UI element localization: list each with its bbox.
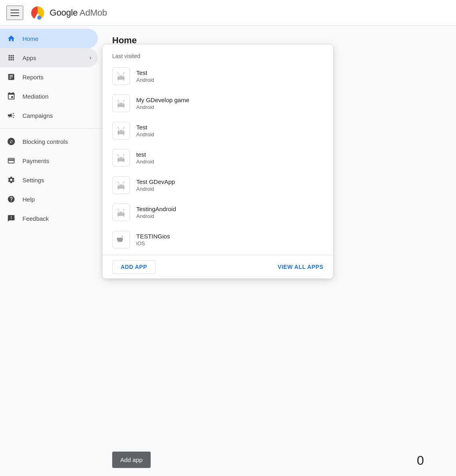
mediation-icon <box>6 91 16 101</box>
sidebar-item-label: Feedback <box>22 215 91 222</box>
ios-icon <box>115 234 127 245</box>
svg-rect-42 <box>123 188 124 190</box>
svg-point-4 <box>122 76 123 77</box>
sidebar-divider <box>0 128 103 129</box>
page-title: Home <box>112 35 446 46</box>
android-icon <box>115 71 127 82</box>
apps-dropdown-panel: Last visited <box>103 45 333 278</box>
app-name: TESTINGios <box>136 233 170 240</box>
list-item[interactable]: TESTINGios iOS <box>103 226 333 253</box>
sidebar-item-help[interactable]: Help <box>0 190 98 209</box>
sidebar-item-label: Help <box>22 196 91 203</box>
header: Google AdMob <box>0 0 456 26</box>
app-info: TESTINGios iOS <box>136 233 170 246</box>
app-icon-box <box>112 67 130 85</box>
svg-line-37 <box>118 182 119 184</box>
sidebar-item-feedback[interactable]: Feedback <box>0 209 98 228</box>
svg-line-21 <box>118 127 119 129</box>
android-icon <box>115 98 127 109</box>
svg-point-19 <box>119 131 120 132</box>
logo-text: Google AdMob <box>50 8 107 18</box>
sidebar-item-campaigns[interactable]: Campaigns <box>0 106 98 125</box>
sidebar-item-reports[interactable]: Reports <box>0 67 98 87</box>
add-app-bottom-button[interactable]: Add app <box>112 452 151 468</box>
svg-rect-26 <box>123 133 124 135</box>
main-content: Home Last visited <box>103 26 456 476</box>
app-platform: Android <box>136 159 154 165</box>
app-info: TestingAndroid Android <box>136 206 176 219</box>
block-icon <box>6 137 16 146</box>
svg-point-43 <box>119 212 120 214</box>
list-item[interactable]: Test Android <box>103 63 333 90</box>
sidebar-item-home[interactable]: Home <box>0 29 98 48</box>
svg-rect-25 <box>118 133 119 135</box>
svg-line-30 <box>123 155 124 156</box>
add-app-button[interactable]: ADD APP <box>112 260 155 274</box>
campaign-icon <box>6 111 16 120</box>
svg-rect-34 <box>123 161 124 162</box>
list-item[interactable]: test Android <box>103 144 333 171</box>
sidebar-item-apps[interactable]: Apps › <box>0 48 98 67</box>
svg-rect-10 <box>123 79 124 81</box>
android-icon <box>115 180 127 191</box>
apps-icon <box>6 53 16 63</box>
svg-rect-49 <box>118 215 119 217</box>
svg-point-44 <box>122 212 123 214</box>
svg-rect-41 <box>118 188 119 190</box>
list-item[interactable]: Test GDevApp Android <box>103 171 333 199</box>
dropdown-footer: ADD APP VIEW ALL APPS <box>103 255 333 278</box>
app-name: test <box>136 151 154 158</box>
sidebar-item-label: Blocking controls <box>22 138 91 145</box>
app-name: TestingAndroid <box>136 206 176 212</box>
sidebar-item-label: Campaigns <box>22 112 91 119</box>
list-item[interactable]: TestingAndroid Android <box>103 199 333 226</box>
sidebar-item-label: Apps <box>22 54 83 61</box>
svg-line-38 <box>123 182 124 184</box>
app-icon-box <box>112 231 130 248</box>
app-list: Test Android <box>103 63 333 253</box>
svg-point-7 <box>117 73 118 73</box>
app-icon-box <box>112 204 130 221</box>
app-name: My GDevelop game <box>136 97 190 103</box>
svg-rect-18 <box>123 106 124 108</box>
svg-point-12 <box>122 103 123 105</box>
admob-logo-icon <box>30 5 46 21</box>
app-info: My GDevelop game Android <box>136 97 190 110</box>
stat-zero: 0 <box>417 453 424 468</box>
sidebar-item-blocking[interactable]: Blocking controls <box>0 132 98 151</box>
sidebar-item-label: Settings <box>22 177 91 184</box>
sidebar: Home Apps › Reports Mediation <box>0 26 103 476</box>
sidebar-item-settings[interactable]: Settings <box>0 170 98 190</box>
app-info: Test GDevApp Android <box>136 178 175 192</box>
svg-point-48 <box>124 209 125 210</box>
app-platform: Android <box>136 186 175 192</box>
sidebar-item-mediation[interactable]: Mediation <box>0 87 98 106</box>
settings-icon <box>6 175 16 185</box>
sidebar-item-label: Payments <box>22 157 91 164</box>
sidebar-item-payments[interactable]: Payments <box>0 151 98 170</box>
svg-line-29 <box>118 155 119 156</box>
app-name: Test <box>136 69 154 76</box>
help-icon <box>6 194 16 204</box>
logo: Google AdMob <box>30 5 107 21</box>
svg-line-13 <box>118 100 119 102</box>
view-all-apps-button[interactable]: VIEW ALL APPS <box>278 264 323 270</box>
android-icon <box>115 125 127 136</box>
app-icon-box <box>112 176 130 194</box>
app-info: test Android <box>136 151 154 165</box>
svg-point-32 <box>124 154 125 155</box>
list-item[interactable]: My GDevelop game Android <box>103 90 333 117</box>
svg-point-23 <box>117 127 118 128</box>
list-item[interactable]: Test Android <box>103 117 333 144</box>
app-icon-box <box>112 95 130 112</box>
app-info: Test Android <box>136 124 154 137</box>
svg-line-46 <box>123 209 124 211</box>
sidebar-item-label: Reports <box>22 74 91 81</box>
feedback-icon <box>6 214 16 223</box>
svg-point-8 <box>124 73 125 73</box>
app-icon-box <box>112 122 130 139</box>
svg-point-35 <box>119 185 120 186</box>
svg-line-6 <box>123 73 124 75</box>
menu-button[interactable] <box>6 6 23 20</box>
chevron-right-icon: › <box>89 54 91 61</box>
